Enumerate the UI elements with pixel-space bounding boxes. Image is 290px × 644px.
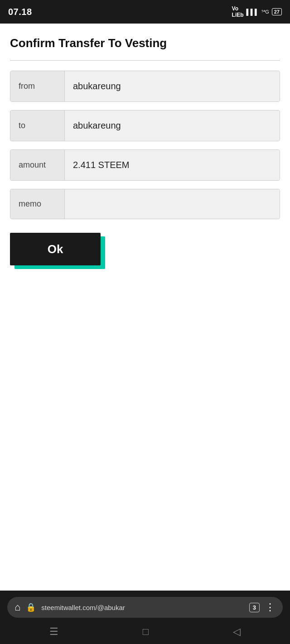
home-nav-icon[interactable]: □ [143,626,149,638]
to-row: to abukareung [10,110,280,141]
menu-dots-icon[interactable]: ⋮ [265,601,276,613]
hamburger-icon[interactable]: ☰ [49,626,58,638]
from-label: from [10,71,65,101]
to-value: abukareung [65,111,280,141]
ok-button-wrapper: Ok [10,233,105,269]
battery-icon: 27 [272,8,282,15]
to-label: to [10,111,65,141]
tab-count[interactable]: 3 [249,603,260,612]
from-row: from abukareung [10,71,280,102]
back-icon[interactable]: ◁ [233,626,241,638]
url-text: steemitwallet.com/@abukar [41,604,243,611]
divider [10,60,280,61]
main-content: Confirm Transfer To Vesting from abukare… [0,24,290,591]
amount-row: amount 2.411 STEEM [10,149,280,181]
network-icon: ⁵⁴G [261,9,269,15]
memo-row: memo [10,189,280,219]
lock-icon: 🔒 [26,602,36,612]
from-value: abukareung [65,71,280,101]
status-icons: VoLiEb ▌▌▌ ⁵⁴G 27 [232,5,282,18]
memo-label: memo [10,189,65,219]
nav-bar: ☰ □ ◁ [7,623,283,639]
memo-value [65,189,280,219]
status-bar: 07.18 VoLiEb ▌▌▌ ⁵⁴G 27 [0,0,290,24]
home-icon[interactable]: ⌂ [14,601,20,613]
amount-value: 2.411 STEEM [65,150,280,180]
vo-lieb-icon: VoLiEb [232,5,244,18]
browser-bar: ⌂ 🔒 steemitwallet.com/@abukar 3 ⋮ ☰ □ ◁ [0,591,290,644]
address-bar[interactable]: ⌂ 🔒 steemitwallet.com/@abukar 3 ⋮ [7,597,283,618]
page-title: Confirm Transfer To Vesting [10,36,280,50]
signal-icon: ▌▌▌ [246,9,259,15]
amount-label: amount [10,150,65,180]
ok-button[interactable]: Ok [10,233,101,265]
status-time: 07.18 [8,7,32,17]
